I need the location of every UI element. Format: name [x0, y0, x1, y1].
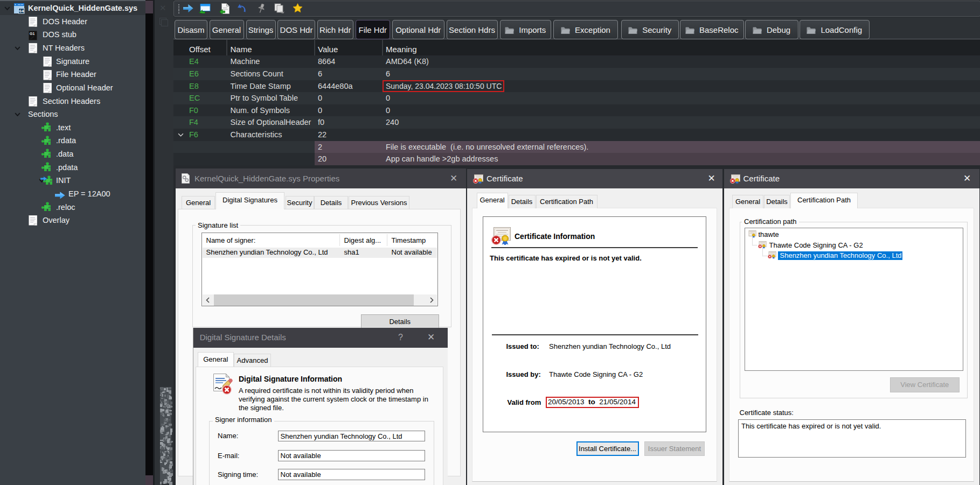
svg-text:G1: G1: [30, 32, 34, 36]
svg-text:64: 64: [19, 9, 24, 14]
